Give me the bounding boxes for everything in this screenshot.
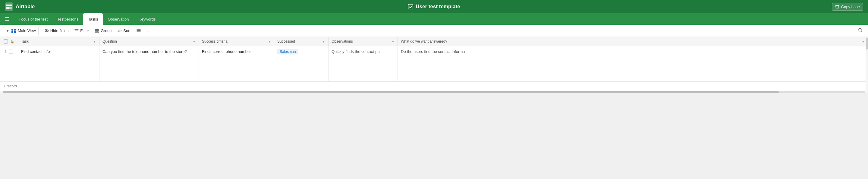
th-success-criteria[interactable]: Success criteria ▼ xyxy=(199,37,274,46)
tab-testpersons[interactable]: Testpersons xyxy=(53,13,83,25)
empty-success xyxy=(199,57,274,81)
th-question[interactable]: Question ▼ xyxy=(99,37,199,46)
svg-rect-6 xyxy=(11,29,13,30)
th-task-sort-icon: ▼ xyxy=(93,40,96,43)
svg-rect-1 xyxy=(6,4,12,6)
copy-icon xyxy=(835,4,839,9)
td-question[interactable]: Can you find the telephone-number to the… xyxy=(99,46,199,57)
hamburger-menu[interactable]: ☰ xyxy=(4,15,10,23)
svg-line-26 xyxy=(861,31,862,32)
svg-rect-8 xyxy=(11,31,13,33)
svg-rect-15 xyxy=(95,29,97,30)
tag-salesman: Salesman xyxy=(277,49,298,54)
empty-check xyxy=(0,57,18,81)
view-toggle[interactable]: ▼ Main View xyxy=(4,27,38,35)
row-height-icon xyxy=(136,29,141,33)
main-layout: ▼ Main View Hide fields Filt xyxy=(0,25,868,93)
empty-question xyxy=(99,57,199,81)
data-table: 🔒 Task ▼ Question ▼ Success criteria ▼ S… xyxy=(0,37,868,93)
vertical-scrollbar[interactable] xyxy=(866,37,868,93)
group-icon xyxy=(95,29,99,33)
tab-keywords[interactable]: Keywords xyxy=(134,13,161,25)
svg-rect-18 xyxy=(97,31,99,32)
svg-rect-7 xyxy=(14,29,16,30)
empty-what xyxy=(398,57,868,81)
logo-text: Airtable xyxy=(16,4,35,10)
empty-observations xyxy=(329,57,398,81)
svg-rect-0 xyxy=(5,2,13,11)
tab-tasks[interactable]: Tasks xyxy=(83,13,103,25)
svg-rect-9 xyxy=(14,31,16,33)
empty-successed xyxy=(274,57,329,81)
hide-fields-icon xyxy=(44,29,49,33)
airtable-logo-icon xyxy=(5,2,13,11)
td-check[interactable]: 1 xyxy=(0,46,18,57)
th-question-sort-icon: ▼ xyxy=(193,40,195,43)
table-row[interactable]: 1 Find contact info Can you find the tel… xyxy=(0,46,868,57)
empty-rows xyxy=(0,57,868,81)
svg-rect-16 xyxy=(97,29,99,30)
svg-rect-3 xyxy=(9,7,12,9)
svg-rect-2 xyxy=(6,7,9,9)
svg-rect-17 xyxy=(95,31,97,32)
td-task[interactable]: Find contact info xyxy=(18,46,99,57)
table-footer: 1 record xyxy=(0,81,868,91)
svg-rect-5 xyxy=(836,5,839,8)
th-observations-sort-icon: ▼ xyxy=(392,40,395,43)
page-title: User test template xyxy=(408,4,460,10)
filter-button[interactable]: Filter xyxy=(72,27,91,34)
sort-icon xyxy=(118,29,122,33)
scrollbar-track xyxy=(3,91,865,93)
view-label: Main View xyxy=(18,28,36,33)
td-observations[interactable]: Quickly finds the contact-pa xyxy=(329,46,398,57)
search-button[interactable] xyxy=(857,26,864,35)
td-success-criteria[interactable]: Finds correct phone number xyxy=(199,46,274,57)
table-header: 🔒 Task ▼ Question ▼ Success criteria ▼ S… xyxy=(0,37,868,46)
row-number: 1 xyxy=(4,50,7,54)
toolbar: ▼ Main View Hide fields Filt xyxy=(0,25,868,37)
th-checkbox: 🔒 xyxy=(0,37,18,46)
more-button[interactable]: ··· xyxy=(144,27,153,34)
td-successed[interactable]: Salesman xyxy=(274,46,329,57)
view-arrow-icon: ▼ xyxy=(6,29,9,33)
sort-button[interactable]: Sort xyxy=(115,27,133,34)
v-scrollbar-thumb[interactable] xyxy=(866,37,868,50)
tab-observation[interactable]: Observation xyxy=(103,13,133,25)
row-checkbox[interactable] xyxy=(9,50,13,54)
horizontal-scrollbar[interactable] xyxy=(0,91,868,93)
empty-task[interactable] xyxy=(18,57,99,81)
hide-fields-button[interactable]: Hide fields xyxy=(42,27,71,34)
logo: Airtable xyxy=(5,2,35,11)
th-what[interactable]: What do we want answered? ▼ xyxy=(398,37,868,46)
tab-focus[interactable]: Focus of the test xyxy=(14,13,53,25)
search-icon xyxy=(858,28,863,33)
header-checkbox[interactable] xyxy=(4,39,8,44)
th-successed[interactable]: Successed ▼ xyxy=(274,37,329,46)
grid-view-icon xyxy=(11,28,16,33)
filter-icon xyxy=(74,29,79,33)
top-bar: Airtable User test template Copy base xyxy=(0,0,868,13)
td-what[interactable]: Do the users find the contact informa xyxy=(398,46,868,57)
group-button[interactable]: Group xyxy=(93,27,114,34)
lock-icon: 🔒 xyxy=(10,40,14,44)
th-what-sort-icon: ▼ xyxy=(862,40,865,43)
copy-base-button[interactable]: Copy base xyxy=(832,3,863,10)
scrollbar-thumb[interactable] xyxy=(3,91,779,93)
th-task[interactable]: Task ▼ xyxy=(18,37,99,46)
checkbox-icon xyxy=(408,4,413,9)
th-observations[interactable]: Observations ▼ xyxy=(329,37,398,46)
row-height-button[interactable] xyxy=(134,27,143,34)
nav-bar: ☰ Focus of the test Testpersons Tasks Ob… xyxy=(0,13,868,25)
th-successed-sort-icon: ▼ xyxy=(322,40,325,43)
th-success-sort-icon: ▼ xyxy=(268,40,271,43)
